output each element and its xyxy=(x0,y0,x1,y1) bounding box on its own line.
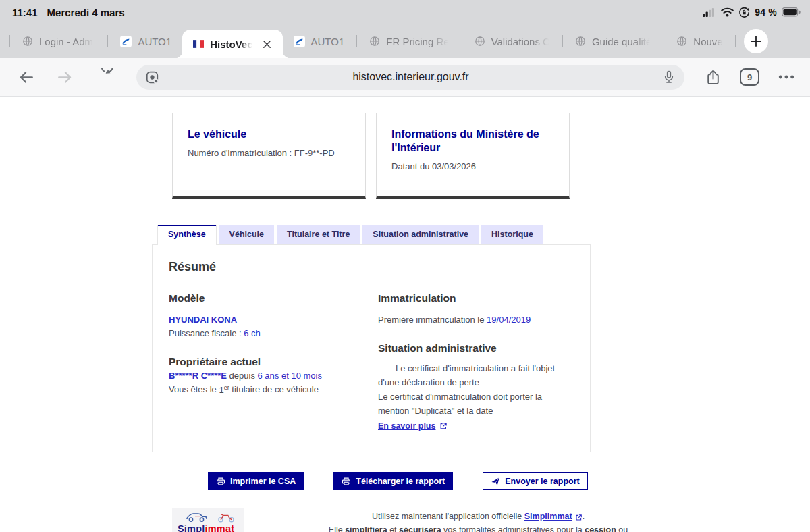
learn-more-link[interactable]: En savoir plus xyxy=(378,421,448,431)
tab-label: AUTO1 xyxy=(311,36,345,47)
tab-label: FR Pricing Re xyxy=(386,36,449,47)
print-csa-label: Imprimer le CSA xyxy=(230,477,296,486)
vehicle-card-title: Le véhicule xyxy=(188,128,346,141)
auto1-favicon xyxy=(294,36,305,47)
owner-rank-sup: er xyxy=(224,383,230,390)
tab-label: Guide qualité xyxy=(592,36,651,47)
new-tab-button[interactable] xyxy=(744,29,768,53)
admin-line-1: Le certificat d'immatriculation a fait l… xyxy=(378,362,574,390)
tab-label: Login - Admi xyxy=(39,36,95,47)
histovec-page: Le véhicule Numéro d'immatriculation : F… xyxy=(0,97,810,532)
registration-date: 19/04/2019 xyxy=(487,315,531,325)
send-plane-icon xyxy=(491,477,500,486)
simplimmat-link[interactable]: Simplimmat xyxy=(524,510,583,523)
printer-icon xyxy=(216,477,225,486)
simplimmat-logo: Simplimmat .gouv xyxy=(172,508,244,532)
car-motorcycle-icon xyxy=(178,510,239,524)
owner-name: B*****R C****E xyxy=(169,371,227,381)
tab-label: AUTO1 xyxy=(138,36,171,47)
tab-synthese[interactable]: Synthèse xyxy=(157,225,217,245)
ministry-card-title: Informations du Ministère de l'Intérieur xyxy=(392,128,550,155)
browser-tab-validations[interactable]: Validations C xyxy=(465,24,560,58)
globe-icon xyxy=(676,36,687,47)
external-link-icon xyxy=(439,422,448,430)
tab-label: HistoVec xyxy=(210,38,252,50)
globe-icon xyxy=(369,36,380,47)
report-tabs: Synthèse Véhicule Titulaire et Titre Sit… xyxy=(157,225,810,244)
globe-icon xyxy=(575,36,586,47)
france-flag-favicon xyxy=(193,40,204,48)
tab-separator xyxy=(356,35,357,47)
send-report-label: Envoyer le rapport xyxy=(505,477,579,486)
fiscal-power-line: Puissance fiscale : 6 ch xyxy=(169,327,378,340)
owner-line: B*****R C****E depuis 6 ans et 10 mois xyxy=(169,369,378,383)
reload-button[interactable] xyxy=(93,66,115,88)
tab-switcher-button[interactable]: 9 xyxy=(740,68,759,86)
browser-tab-strip: Login - Admi AUTO1 HistoVec AUTO1 FR Pri… xyxy=(0,24,810,58)
owner-since-value: 6 ans et 10 mois xyxy=(258,371,322,381)
clock-time: 11:41 xyxy=(12,7,38,18)
download-report-button[interactable]: Télécharger le rapport xyxy=(333,472,453,490)
tab-titulaire[interactable]: Titulaire et Titre xyxy=(277,225,360,244)
globe-icon xyxy=(475,36,485,47)
browser-tab-nouve[interactable]: Nouve xyxy=(667,24,732,58)
owner-heading: Propriétaire actuel xyxy=(169,356,378,368)
tab-label: Nouve xyxy=(693,36,722,47)
send-report-button[interactable]: Envoyer le rapport xyxy=(483,472,587,490)
external-link-icon xyxy=(575,514,583,521)
tab-historique[interactable]: Historique xyxy=(481,225,543,244)
admin-heading: Situation administrative xyxy=(378,342,574,354)
url-bar[interactable]: histovec.interieur.gouv.fr xyxy=(136,65,684,90)
footer-line-2: Elle simplifiera et sécurisera vos forma… xyxy=(244,524,712,532)
forward-button[interactable] xyxy=(54,66,76,88)
tab-separator xyxy=(735,35,736,47)
tab-vehicule[interactable]: Véhicule xyxy=(219,225,274,244)
rotation-lock-icon xyxy=(738,7,750,18)
model-heading: Modèle xyxy=(169,292,378,304)
registration-line: Première immatriculation le 19/04/2019 xyxy=(378,313,574,327)
tab-separator xyxy=(664,35,664,47)
print-csa-button[interactable]: Imprimer le CSA xyxy=(208,472,304,490)
vehicle-card-body: Numéro d'immatriculation : FF-9**-PD xyxy=(188,148,350,158)
battery-percent: 94 % xyxy=(755,7,777,18)
vehicle-card: Le véhicule Numéro d'immatriculation : F… xyxy=(172,113,366,199)
registration-label: Première immatriculation le xyxy=(378,315,487,325)
owner-rank-line: Vous êtes le 1er titulaire de ce véhicul… xyxy=(169,383,378,396)
clock-date: Mercredi 4 mars xyxy=(47,7,125,18)
browser-tab-auto1-a[interactable]: AUTO1 xyxy=(111,24,181,58)
tab-label: Validations C xyxy=(491,36,550,47)
browser-tab-histovec-active[interactable]: HistoVec xyxy=(182,30,282,58)
registration-heading: Immatriculation xyxy=(378,292,574,304)
resume-title: Résumé xyxy=(169,260,574,274)
browser-tab-fr-pricing[interactable]: FR Pricing Re xyxy=(360,24,458,58)
synthese-panel: Résumé Modèle HYUNDAI KONA Puissance fis… xyxy=(152,244,591,452)
more-menu-button[interactable] xyxy=(778,68,795,86)
simplimmat-wordmark: Simplimmat xyxy=(178,524,239,532)
browser-tab-guide[interactable]: Guide qualité xyxy=(566,24,661,58)
browser-tab-auto1-b[interactable]: AUTO1 xyxy=(284,24,354,58)
owner-rank-num: 1 xyxy=(219,385,223,395)
simplimmat-footer: Simplimmat .gouv Utilisez maintenant l'a… xyxy=(172,508,712,532)
ministry-card-body: Datant du 03/03/2026 xyxy=(392,161,554,171)
status-bar: 11:41 Mercredi 4 mars 94 % xyxy=(0,0,810,24)
tab-separator xyxy=(107,35,108,47)
back-button[interactable] xyxy=(15,66,36,88)
report-actions: Imprimer le CSA Télécharger le rapport E… xyxy=(208,472,810,490)
owner-rank-post: titulaire de ce véhicule xyxy=(230,385,319,395)
browser-tab-login[interactable]: Login - Admi xyxy=(13,24,105,58)
footer-line-1: Utilisez maintenant l'application offici… xyxy=(244,510,712,523)
lens-search-icon[interactable] xyxy=(145,70,159,84)
tab-situation[interactable]: Situation administrative xyxy=(362,225,479,244)
fiscal-label: Puissance fiscale : xyxy=(169,328,244,338)
learn-more-label: En savoir plus xyxy=(378,421,435,431)
admin-line-2: Le certificat d'immatriculation doit por… xyxy=(378,390,574,419)
tab-separator xyxy=(562,35,563,47)
share-button[interactable] xyxy=(705,69,722,86)
ministry-card: Informations du Ministère de l'Intérieur… xyxy=(376,113,570,199)
close-tab-icon[interactable] xyxy=(262,39,272,49)
wifi-icon xyxy=(721,7,734,17)
footer-text: Utilisez maintenant l'application offici… xyxy=(244,508,712,532)
tab-separator xyxy=(462,35,462,47)
owner-rank-pre: Vous êtes le xyxy=(169,385,219,395)
voice-search-icon[interactable] xyxy=(662,70,676,84)
